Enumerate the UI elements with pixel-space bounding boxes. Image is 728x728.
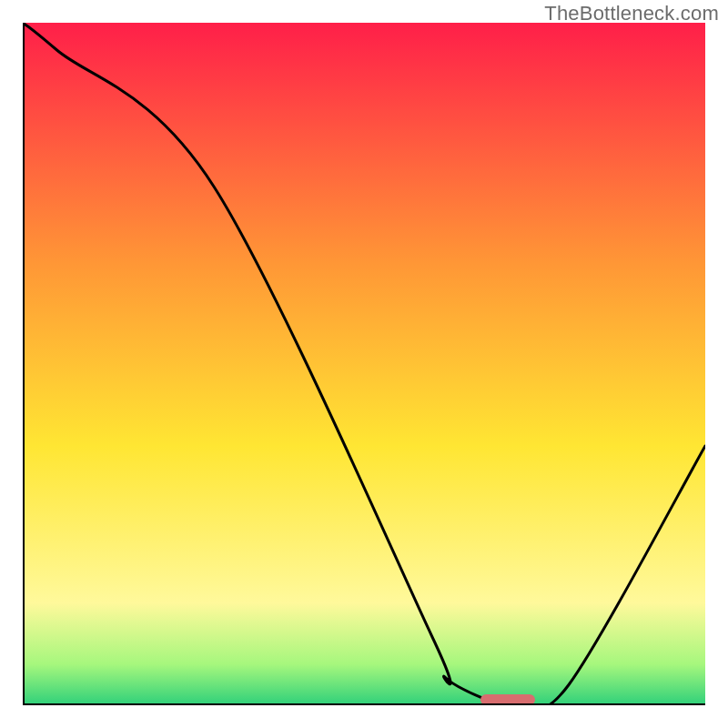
plot-area	[23, 23, 705, 705]
gradient-background	[23, 23, 705, 705]
chart-stage: TheBottleneck.com	[0, 0, 728, 728]
chart-svg	[23, 23, 705, 705]
bottleneck-marker	[480, 694, 535, 705]
